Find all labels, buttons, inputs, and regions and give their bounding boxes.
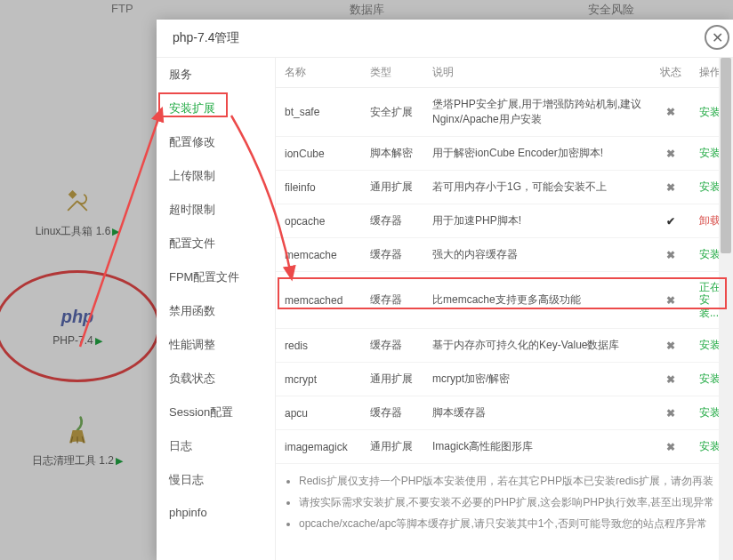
cell-name: bt_safe [276, 88, 361, 137]
x-icon: ✖ [666, 148, 675, 160]
cell-name: fileinfo [276, 171, 361, 204]
play-icon: ▶ [112, 226, 119, 236]
cell-status: ✖ [651, 171, 690, 204]
sidebar-item[interactable]: 性能调整 [157, 328, 275, 362]
cell-name: opcache [276, 204, 361, 238]
cell-name: memcache [276, 238, 361, 272]
table-row: mcrypt通用扩展mcrypt加密/解密✖安装 [276, 363, 733, 396]
cell-status: ✖ [651, 137, 690, 171]
sidebar-item[interactable]: 日志 [157, 429, 275, 463]
bg-tab-db: 数据库 [245, 0, 489, 20]
cell-type: 通用扩展 [361, 363, 423, 396]
close-button[interactable]: ✕ [705, 25, 729, 50]
bg-card-php[interactable]: php PHP-7.4▶ [11, 286, 144, 366]
note-item: opcache/xcache/apc等脚本缓存扩展,请只安装其中1个,否则可能导… [299, 516, 717, 532]
table-row: redis缓存器基于内存亦可持久化的Key-Value数据库✖安装 [276, 329, 733, 363]
cell-desc: 基于内存亦可持久化的Key-Value数据库 [423, 329, 651, 363]
action-link[interactable]: 安装 [699, 180, 721, 193]
action-link[interactable]: 安装 [699, 406, 721, 419]
bg-cards-column: Linux工具箱 1.6▶ php PHP-7.4▶ 日志清理工具 1.2▶ [11, 169, 157, 516]
cell-status: ✖ [651, 396, 690, 430]
action-link[interactable]: 安装 [699, 147, 721, 159]
x-icon: ✖ [666, 249, 675, 261]
x-icon: ✖ [666, 407, 675, 420]
check-icon: ✔ [666, 215, 675, 228]
sidebar-item[interactable]: 服务 [157, 58, 275, 92]
sidebar-item[interactable]: 负载状态 [157, 362, 275, 396]
cell-desc: 堡塔PHP安全扩展,用于增强防跨站机制,建议Nginx/Apache用户安装 [423, 88, 651, 137]
scrollbar-track[interactable] [719, 58, 733, 560]
bg-tab-row: FTP 数据库 安全风险 [0, 0, 733, 20]
cell-desc: 比memcache支持更多高级功能 [423, 272, 651, 329]
x-icon: ✖ [666, 294, 675, 307]
sidebar-item[interactable]: Session配置 [157, 396, 275, 429]
modal-sidebar: 服务安装扩展配置修改上传限制超时限制配置文件FPM配置文件禁用函数性能调整负载状… [157, 58, 276, 560]
sidebar-item[interactable]: 上传限制 [157, 159, 275, 193]
action-link[interactable]: 卸载 [699, 214, 721, 227]
play-icon: ▶ [116, 455, 123, 466]
bg-card-log-cleaner[interactable]: 日志清理工具 1.2▶ [11, 398, 144, 484]
cell-status: ✖ [651, 430, 690, 464]
x-icon: ✖ [666, 106, 675, 118]
bg-card-label: Linux工具箱 1.6 [36, 225, 111, 237]
action-link[interactable]: 安装 [699, 339, 721, 351]
cell-type: 缓存器 [361, 329, 423, 363]
cell-type: 缓存器 [361, 272, 423, 329]
x-icon: ✖ [666, 181, 675, 194]
cell-type: 脚本解密 [361, 137, 423, 171]
note-item: 请按实际需求安装扩展,不要安装不必要的PHP扩展,这会影响PHP执行效率,甚至出… [299, 494, 717, 510]
cell-name: ionCube [276, 137, 361, 171]
bg-tab-security: 安全风险 [488, 0, 733, 20]
cell-name: apcu [276, 396, 361, 430]
cell-name: memcached [276, 272, 361, 329]
th-desc: 说明 [423, 58, 651, 88]
cell-type: 缓存器 [361, 238, 423, 272]
cell-status: ✖ [651, 238, 690, 272]
modal-title: php-7.4管理 [157, 20, 733, 58]
table-row: fileinfo通用扩展若可用内存小于1G，可能会安装不上✖安装 [276, 171, 733, 204]
sidebar-item[interactable]: 超时限制 [157, 193, 275, 227]
cell-name: imagemagick [276, 430, 361, 464]
cell-desc: mcrypt加密/解密 [423, 363, 651, 396]
scrollbar-thumb[interactable] [721, 58, 731, 253]
cell-status: ✖ [651, 272, 690, 329]
table-row: memcache缓存器强大的内容缓存器✖安装 [276, 238, 733, 272]
x-icon: ✖ [666, 441, 675, 453]
cell-desc: 脚本缓存器 [423, 396, 651, 430]
sidebar-item[interactable]: 慢日志 [157, 463, 275, 497]
table-row: bt_safe安全扩展堡塔PHP安全扩展,用于增强防跨站机制,建议Nginx/A… [276, 88, 733, 137]
table-row: ionCube脚本解密用于解密ionCube Encoder加密脚本!✖安装 [276, 137, 733, 171]
cell-status: ✖ [651, 88, 690, 137]
sidebar-item[interactable]: 安装扩展 [157, 92, 275, 125]
th-name: 名称 [276, 58, 361, 88]
action-link[interactable]: 安装 [699, 106, 721, 118]
bg-card-linux-toolbox[interactable]: Linux工具箱 1.6▶ [11, 169, 144, 254]
table-row: opcache缓存器用于加速PHP脚本!✔卸载 [276, 204, 733, 238]
cell-type: 缓存器 [361, 204, 423, 238]
action-link[interactable]: 安装 [699, 440, 721, 452]
sidebar-item[interactable]: phpinfo [157, 497, 275, 528]
action-link[interactable]: 安装 [699, 372, 721, 385]
cell-type: 缓存器 [361, 396, 423, 430]
cell-type: 通用扩展 [361, 171, 423, 204]
bg-card-label: PHP-7.4 [52, 334, 93, 347]
close-icon: ✕ [712, 29, 723, 46]
sidebar-item[interactable]: 禁用函数 [157, 294, 275, 328]
note-item: Redis扩展仅支持一个PHP版本安装使用，若在其它PHP版本已安装redis扩… [299, 473, 717, 489]
x-icon: ✖ [666, 340, 675, 352]
x-icon: ✖ [666, 373, 675, 386]
table-row: imagemagick通用扩展Imagick高性能图形库✖安装 [276, 430, 733, 464]
bg-card-label: 日志清理工具 1.2 [32, 454, 114, 467]
cell-status: ✔ [651, 204, 690, 238]
cell-desc: 若可用内存小于1G，可能会安装不上 [423, 171, 651, 204]
extensions-table: 名称 类型 说明 状态 操作 bt_safe安全扩展堡塔PHP安全扩展,用于增强… [276, 58, 733, 464]
action-link[interactable]: 安装 [699, 248, 721, 260]
th-status: 状态 [651, 58, 690, 88]
cell-status: ✖ [651, 363, 690, 396]
notes-list: Redis扩展仅支持一个PHP版本安装使用，若在其它PHP版本已安装redis扩… [276, 464, 733, 532]
table-row: apcu缓存器脚本缓存器✖安装 [276, 396, 733, 430]
sidebar-item[interactable]: 配置修改 [157, 125, 275, 159]
sidebar-item[interactable]: FPM配置文件 [157, 260, 275, 294]
cell-name: redis [276, 329, 361, 363]
sidebar-item[interactable]: 配置文件 [157, 227, 275, 260]
